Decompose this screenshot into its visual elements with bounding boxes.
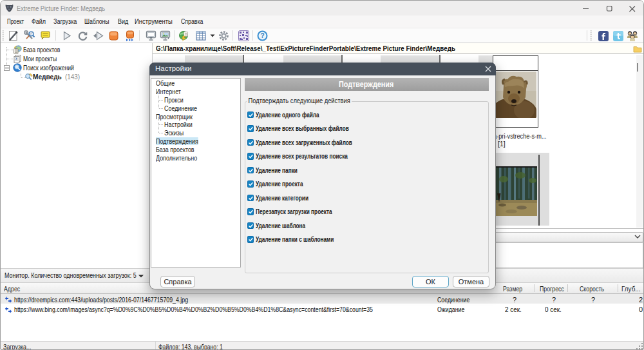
svg-text:?: ? [260,32,264,39]
